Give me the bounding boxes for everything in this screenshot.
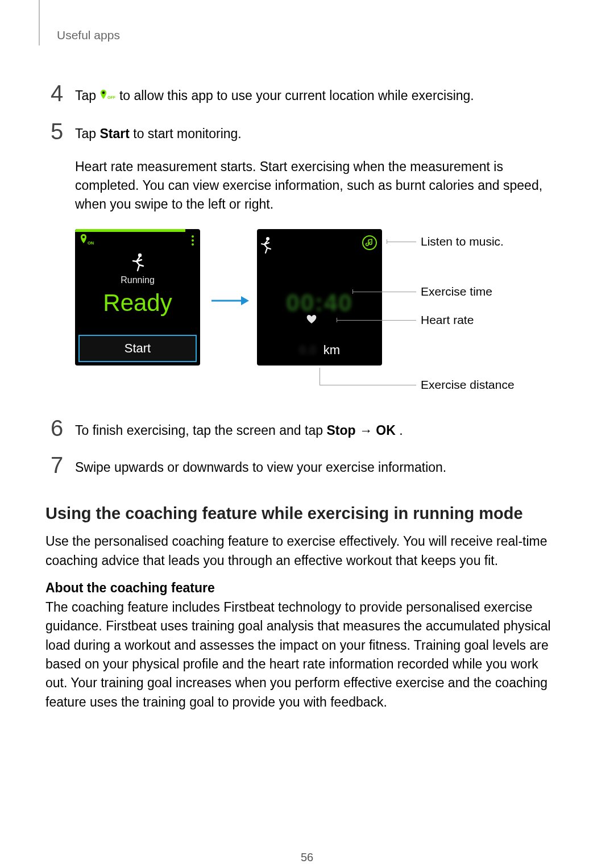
step-text: Tap Start to start monitoring. bbox=[75, 120, 242, 143]
coaching-subheading: About the coaching feature bbox=[45, 580, 557, 596]
text-bold: OK bbox=[376, 423, 396, 438]
exercise-time-value: 00:40 bbox=[257, 289, 382, 317]
text: To finish exercising, tap the screen and… bbox=[75, 423, 326, 438]
start-button[interactable]: Start bbox=[78, 335, 197, 362]
callout-heart: Heart rate bbox=[421, 313, 474, 327]
watch-exercise-screen: 00:40 0.0 km bbox=[257, 229, 382, 366]
step-4: 4 Tap OFF to allow this app to use your … bbox=[45, 82, 557, 106]
exercise-figure: ON Running bbox=[75, 229, 541, 400]
callout-line bbox=[320, 385, 416, 385]
distance-value: 0.0 bbox=[299, 343, 317, 357]
text: Tap bbox=[75, 126, 99, 141]
svg-point-4 bbox=[192, 235, 194, 238]
text: → bbox=[359, 423, 376, 438]
step-5: 5 Tap Start to start monitoring. bbox=[45, 120, 557, 143]
step-7: 7 Swipe upwards or downwards to view you… bbox=[45, 454, 557, 477]
callout-tick bbox=[320, 368, 320, 385]
callout-music: Listen to music. bbox=[421, 235, 504, 248]
svg-point-6 bbox=[192, 243, 194, 246]
section-header: Useful apps bbox=[57, 28, 557, 42]
arrow-right-icon bbox=[210, 295, 249, 309]
page-number: 56 bbox=[0, 851, 614, 864]
step-number: 5 bbox=[45, 120, 68, 143]
callout-line bbox=[387, 242, 416, 242]
text-bold: Start bbox=[99, 126, 129, 141]
ready-label: Ready bbox=[75, 289, 200, 317]
text: to allow this app to use your current lo… bbox=[119, 88, 474, 103]
header-rule bbox=[39, 0, 40, 45]
svg-point-0 bbox=[102, 92, 105, 94]
location-on-icon: ON bbox=[80, 234, 97, 250]
svg-point-7 bbox=[138, 254, 142, 257]
callout-tick bbox=[387, 239, 387, 244]
menu-dots-icon bbox=[190, 234, 196, 249]
watch-ready-screen: ON Running bbox=[75, 229, 200, 366]
step-text: Swipe upwards or downwards to view your … bbox=[75, 454, 446, 477]
callout-line bbox=[352, 292, 416, 292]
svg-point-5 bbox=[192, 239, 194, 242]
svg-point-2 bbox=[82, 236, 85, 238]
text: Tap bbox=[75, 88, 99, 103]
step-text: To finish exercising, tap the screen and… bbox=[75, 417, 403, 440]
callout-tick bbox=[337, 318, 337, 322]
svg-text:OFF: OFF bbox=[107, 95, 115, 99]
callout-line bbox=[337, 320, 416, 321]
step-number: 4 bbox=[45, 82, 68, 105]
svg-point-11 bbox=[266, 237, 269, 240]
step-number: 7 bbox=[45, 454, 68, 476]
text-bold: Stop bbox=[326, 423, 355, 438]
svg-marker-9 bbox=[241, 296, 249, 305]
step-6: 6 To finish exercising, tap the screen a… bbox=[45, 417, 557, 440]
coaching-intro: Use the personalised coaching feature to… bbox=[45, 532, 557, 570]
runner-icon bbox=[75, 252, 200, 274]
step-5-paragraph: Heart rate measurement starts. Start exe… bbox=[75, 157, 557, 214]
exercise-mode-label: Running bbox=[75, 275, 200, 285]
callout-distance: Exercise distance bbox=[421, 378, 515, 392]
music-icon[interactable] bbox=[362, 235, 377, 253]
callout-time: Exercise time bbox=[421, 285, 492, 298]
callout-tick bbox=[352, 289, 353, 294]
coaching-body: The coaching feature includes Firstbeat … bbox=[45, 598, 557, 712]
text: . bbox=[399, 423, 403, 438]
text: to start monitoring. bbox=[133, 126, 241, 141]
svg-text:ON: ON bbox=[88, 240, 94, 246]
distance-unit: km bbox=[323, 343, 340, 357]
step-text: Tap OFF to allow this app to use your cu… bbox=[75, 82, 474, 106]
coaching-heading: Using the coaching feature while exercis… bbox=[45, 504, 557, 523]
step-number: 6 bbox=[45, 417, 68, 439]
location-off-icon: OFF bbox=[99, 88, 115, 106]
